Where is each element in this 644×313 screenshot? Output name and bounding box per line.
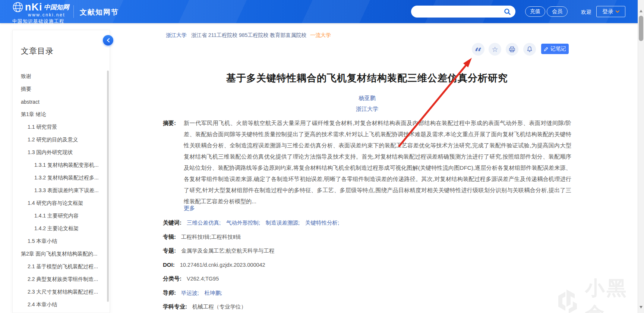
supervisor-label: 导师: <box>163 289 176 297</box>
toc-scrollbar-thumb[interactable] <box>107 71 109 302</box>
brand-cn-text: 中国知网 <box>44 3 69 12</box>
toc-item[interactable]: 2.2 典型复材族类零组件制造... <box>13 273 105 286</box>
toc-item[interactable]: 1.3 国内外研究现状 <box>13 146 105 159</box>
document-title: 基于多关键特性耦合的飞机复材结构装配三维公差仿真分析研究 <box>163 72 571 85</box>
sidebar-collapse-button[interactable] <box>103 35 113 46</box>
favorite-button[interactable]: ☆ <box>489 43 501 56</box>
toc-item[interactable]: 第1章 绪论 <box>13 108 105 121</box>
site-section-title: 文献知网节 <box>80 7 119 17</box>
welcome-text: 欢迎 <box>581 9 591 16</box>
quote-icon: “ <box>474 50 482 54</box>
printer-icon <box>509 46 515 53</box>
topic-row: 专题: 金属学及金属工艺;航空航天科学与工程 <box>163 247 275 254</box>
album-value: 工程科技Ⅰ辑;工程科技Ⅱ辑 <box>181 234 241 241</box>
doi-label: DOI: <box>163 262 175 268</box>
topic-label: 专题: <box>163 247 176 254</box>
doi-value: 10.27461/d.cnki.gzjdx.2023.000042 <box>180 262 265 268</box>
globe-icon <box>12 1 23 13</box>
chevron-down-icon <box>616 10 619 13</box>
toc-title: 文章目录 <box>21 46 54 56</box>
university-highlight-tag[interactable]: 一流大学 <box>310 32 331 38</box>
institution-link[interactable]: 浙江大学 <box>163 106 571 113</box>
more-link[interactable]: 更多 <box>184 205 195 212</box>
chevron-left-icon <box>107 38 110 43</box>
cite-button[interactable]: “ <box>472 43 484 56</box>
supervisor-row: 导师: 毕运波;杜坤鹏; <box>163 289 222 297</box>
author-link[interactable]: 杨亚鹏 <box>163 95 571 102</box>
scroll-up-arrow-icon[interactable] <box>640 10 643 12</box>
brand-text: nKi <box>25 2 42 12</box>
heybox-logo-icon <box>555 287 580 313</box>
pencil-icon <box>544 47 549 51</box>
take-note-label: 记笔记 <box>550 46 566 52</box>
alert-button[interactable] <box>523 43 536 56</box>
keywords-links: 三维公差仿真;气动外形控制;制造误差溯源;关键特性分析; <box>187 219 339 226</box>
watermark-text: 小黑盒 <box>585 275 644 313</box>
toc-item[interactable]: 摘要 <box>13 83 105 96</box>
toc-item[interactable]: 2.1 基于模型的飞机装配过程... <box>13 260 105 273</box>
album-label: 专辑: <box>163 234 176 241</box>
brand-subtitle: 中国知识基础设施工程 <box>12 18 76 25</box>
toc-item[interactable]: 1.4.2 主要论文框架 <box>13 222 105 235</box>
university-info-bar: 浙江大学 浙江省 211工程院校 985工程院校 教育部直属院校 一流大学 <box>166 32 331 39</box>
clc-row: 分类号: V262.4;TG95 <box>163 275 219 282</box>
clc-value: V262.4;TG95 <box>187 276 219 282</box>
toc-item[interactable]: 第2章 面向飞机复材结构装配的... <box>13 248 105 260</box>
login-button[interactable]: 登录 <box>596 6 625 17</box>
page-scrollbar[interactable] <box>638 0 644 313</box>
header-divider <box>73 5 74 18</box>
toc-item[interactable]: 2.4 本章小结 <box>13 298 105 311</box>
print-button[interactable] <box>506 43 518 56</box>
login-label: 登录 <box>602 8 613 15</box>
toc-item[interactable]: 1.4.1 主要研究内容 <box>13 210 105 222</box>
recharge-button[interactable]: 充值 <box>525 6 545 17</box>
scrollbar-thumb[interactable] <box>639 16 643 41</box>
supervisor-link[interactable]: 杜坤鹏; <box>205 289 222 297</box>
take-note-button[interactable]: 记笔记 <box>541 44 569 54</box>
keywords-row: 关键词: 三维公差仿真;气动外形控制;制造误差溯源;关键特性分析; <box>163 219 339 226</box>
keywords-label: 关键词: <box>163 219 181 226</box>
topic-value: 金属学及金属工艺;航空航天科学与工程 <box>181 247 275 254</box>
toc-sidebar: 文章目录 致谢摘要abstract第1章 绪论1.1 研究背景1.2 研究的目的… <box>12 30 110 313</box>
brand-url: www.cnki.net <box>28 13 76 17</box>
toc-item[interactable]: 1.3.2 复材结构装配过程多... <box>13 172 105 184</box>
album-row: 专辑: 工程科技Ⅰ辑;工程科技Ⅱ辑 <box>163 234 241 241</box>
member-button[interactable]: 会员 <box>547 6 568 17</box>
search-input[interactable] <box>411 6 503 18</box>
bell-icon <box>526 46 533 53</box>
toc-item[interactable]: 1.2 研究的目的及意义 <box>13 134 105 146</box>
toc-item[interactable]: 1.5 本章小结 <box>13 235 105 248</box>
abstract-section: 摘要: 新一代军民用飞机、火箭等航空航天器大量采用了碳纤维复合材料,对复合材料结… <box>163 118 572 207</box>
university-link[interactable]: 浙江大学 <box>166 32 187 38</box>
header-search <box>411 6 515 18</box>
toc-item[interactable]: 1.3.1 复材结构装配变形机... <box>13 159 105 172</box>
toc-item[interactable]: 1.4 研究内容与论文框架 <box>13 197 105 210</box>
star-icon: ☆ <box>492 46 498 53</box>
keyword-link[interactable]: 三维公差仿真; <box>187 219 221 226</box>
keyword-link[interactable]: 气动外形控制; <box>226 219 260 226</box>
major-value: 机械工程（专业学位） <box>192 303 246 310</box>
major-row: 学科专业: 机械工程（专业学位） <box>163 303 246 310</box>
clc-label: 分类号: <box>163 275 181 282</box>
supervisor-links: 毕运波;杜坤鹏; <box>181 289 222 297</box>
scroll-down-arrow-icon[interactable] <box>640 306 643 309</box>
toc-item[interactable]: 2.3 大尺寸复材结构装配过程... <box>13 286 105 298</box>
toc-list: 致谢摘要abstract第1章 绪论1.1 研究背景1.2 研究的目的及意义1.… <box>13 70 105 311</box>
doi-row: DOI: 10.27461/d.cnki.gzjdx.2023.000042 <box>163 262 265 268</box>
major-label: 学科专业: <box>163 303 187 310</box>
keyword-link[interactable]: 关键特性分析; <box>305 219 339 226</box>
search-icon <box>504 8 511 15</box>
cnki-logo[interactable]: nKi 中国知网 www.cnki.net 中国知识基础设施工程 <box>12 1 76 22</box>
keyword-link[interactable]: 制造误差溯源; <box>266 219 300 226</box>
toc-item[interactable]: abstract <box>13 96 105 108</box>
supervisor-link[interactable]: 毕运波; <box>181 289 199 297</box>
toc-item[interactable]: 1.1 研究背景 <box>13 121 105 134</box>
watermark: 小黑盒 <box>555 275 644 313</box>
abstract-text: 新一代军民用飞机、火箭等航空航天器大量采用了碳纤维复合材料,对复合材料结构表面及… <box>184 118 571 207</box>
toc-item[interactable]: 1.3.3 表面误差约束下误差... <box>13 184 105 197</box>
abstract-label: 摘要: <box>163 118 184 207</box>
toc-item[interactable]: 致谢 <box>13 70 105 83</box>
search-button[interactable] <box>503 6 515 18</box>
university-tags: 浙江省 211工程院校 985工程院校 教育部直属院校 <box>191 32 306 38</box>
top-header: nKi 中国知网 www.cnki.net 中国知识基础设施工程 文献知网节 充… <box>0 0 644 23</box>
